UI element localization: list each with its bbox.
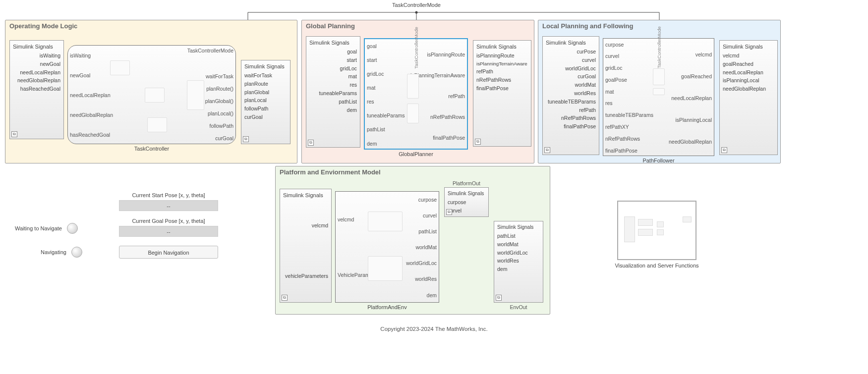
bus-operating-mode-inputs[interactable]: Simulink Signals isWaiting newGoal needL… [9, 40, 64, 139]
region-global-planning[interactable]: Global Planning Simulink Signals goal st… [301, 20, 534, 163]
bus-global-inputs[interactable]: Simulink Signals goal start gridLoc mat … [306, 36, 360, 148]
top-inport-label: TaskControllerMode [656, 26, 661, 68]
outport: curGoal [205, 134, 233, 143]
bus-title: Simulink Signals [283, 192, 328, 198]
inport: tuneableParams [367, 111, 405, 120]
bus-signal: isPlanningTerrainAware [476, 60, 528, 68]
display-start-pose: -- [119, 200, 218, 211]
block-label-visualization: Visualization and Server Functions [607, 263, 706, 268]
bus-signal: isWaiting [13, 52, 60, 60]
mini-icon [638, 219, 653, 226]
mini-icon [624, 216, 635, 242]
bus-signal: pathList [309, 98, 357, 106]
bus-signal: curvel [546, 56, 596, 64]
bus-signal: isPlanningLocal [723, 76, 774, 85]
block-label-globalplanner: GlobalPlanner [364, 151, 468, 157]
status-label-navigating: Navigating [41, 249, 66, 255]
bus-signal: worldRes [546, 89, 596, 98]
label-start-pose: Current Start Pose [x, y, theta] [119, 192, 218, 198]
bus-selector-icon: ⧉ [243, 136, 249, 142]
bus-local-outputs[interactable]: Simulink Signals velcmd goalReached need… [719, 40, 778, 155]
bus-signal: needLocalReplan [723, 68, 774, 77]
region-platform-env[interactable]: Platform and Enviornment Model Simulink … [275, 166, 550, 315]
outport: dem [406, 291, 437, 300]
bus-title: Simulink Signals [309, 40, 357, 46]
block-visualization[interactable] [617, 201, 696, 260]
bus-signal: finalPathPose [546, 122, 596, 131]
outport: isPlanningRoute [410, 51, 465, 59]
bus-title: Simulink Signals [546, 40, 596, 46]
mini-icon [657, 229, 664, 235]
bus-title: Simulink Signals [476, 44, 528, 50]
outport: goalReached [669, 72, 712, 81]
bus-title-platformout: PlatformOut [444, 180, 489, 186]
block-pathfollower[interactable]: TaskControllerMode curpose curvel gridLo… [603, 38, 714, 156]
inner-node [653, 88, 665, 95]
outport: curpose [406, 196, 437, 204]
inner-node [653, 68, 665, 85]
bus-global-outputs[interactable]: Simulink Signals isPlanningRoute isPlann… [473, 40, 531, 147]
inport: gridLoc [367, 70, 405, 78]
bus-signal: vehicleParameters [283, 272, 328, 280]
outport: planRoute() [205, 85, 233, 93]
inner-node [368, 256, 403, 281]
block-taskcontroller[interactable]: isWaiting newGoal needLocalReplan needGl… [67, 45, 236, 144]
outport: curvel [406, 212, 437, 220]
mini-icon [638, 229, 653, 236]
outport: worldGridLoc [406, 259, 437, 267]
bus-signal: tuneableParams [309, 89, 357, 98]
region-title-local-planning: Local Planning and Following [542, 22, 633, 30]
outport: isPlanningLocal [669, 116, 712, 124]
bus-signal: needGlobalReplan [13, 76, 60, 85]
outport-top: TaskControllerMode [187, 48, 233, 53]
status-waiting: Waiting to Navigate [15, 223, 78, 234]
bus-signal: worldMat [497, 240, 540, 249]
inport: needLocalReplan [70, 91, 113, 100]
bus-selector-icon: ⧉ [544, 147, 550, 153]
bus-title: Simulink Signals [497, 224, 540, 230]
block-globalplanner[interactable]: TaskControllerMode goal start gridLoc ma… [364, 38, 468, 150]
block-platformandenv[interactable]: velcmd VehicleParameters curpose curvel … [335, 191, 439, 303]
bus-signal: tuneableTEBParams [546, 98, 596, 106]
bus-platformout[interactable]: Simulink Signals curpose curvel ⧉ [444, 187, 489, 217]
bus-signal: isPlanningRoute [476, 52, 528, 60]
bus-signal: refPath [476, 67, 528, 76]
region-local-planning[interactable]: Local Planning and Following Simulink Si… [538, 20, 781, 163]
signal-label-taskcontrollermode: TaskControllerMode [377, 2, 456, 8]
bus-signal: mat [309, 72, 357, 81]
begin-navigation-button[interactable]: Begin Navigation [119, 246, 218, 259]
bus-signal: refPath [546, 106, 596, 114]
inport: isWaiting [70, 52, 113, 60]
inner-node [407, 74, 419, 99]
outport: followPath [205, 122, 233, 130]
bus-operating-mode-outputs[interactable]: Simulink Signals waitForTask planRoute p… [241, 60, 290, 144]
bus-platform-inputs[interactable]: Simulink Signals velcmd vehicleParameter… [280, 189, 332, 303]
bus-signal: needGlobalReplan [723, 85, 774, 93]
bus-signal: newGoal [13, 60, 60, 68]
lamp-navigating [71, 247, 82, 258]
outport: pathList [406, 227, 437, 236]
block-label-pathfollower: PathFollower [603, 158, 714, 163]
bus-envout[interactable]: Simulink Signals pathList worldMat world… [494, 221, 543, 303]
bus-signal: curpose [448, 198, 485, 207]
bus-local-inputs[interactable]: Simulink Signals curPose curvel worldGri… [542, 36, 599, 155]
inport: curpose [605, 41, 653, 49]
bus-selector-icon: ⧉ [475, 139, 481, 145]
region-operating-mode-logic[interactable]: Operating Mode Logic Simulink Signals is… [5, 20, 297, 163]
simulink-canvas: TaskControllerMode Operating Mode Logic … [0, 0, 868, 374]
bus-signal: dem [309, 106, 357, 114]
bus-signal: needLocalReplan [13, 68, 60, 77]
bus-selector-icon: ⧉ [282, 295, 288, 301]
bus-signal: velcmd [283, 221, 328, 230]
inport: tuneableTEBParams [605, 111, 653, 119]
region-title-global-planning: Global Planning [306, 22, 355, 30]
outport: needLocalReplan [669, 94, 712, 103]
bus-selector-icon: ⧉ [721, 147, 727, 153]
inport: start [367, 56, 405, 64]
region-title-operating-mode-logic: Operating Mode Logic [9, 22, 77, 30]
bus-title: Simulink Signals [723, 44, 774, 50]
inport: newGoal [70, 71, 113, 80]
bus-signal: worldGridLoc [497, 249, 540, 257]
block-label-platformandenv: PlatformAndEnv [335, 304, 439, 310]
bus-signal: res [309, 81, 357, 89]
